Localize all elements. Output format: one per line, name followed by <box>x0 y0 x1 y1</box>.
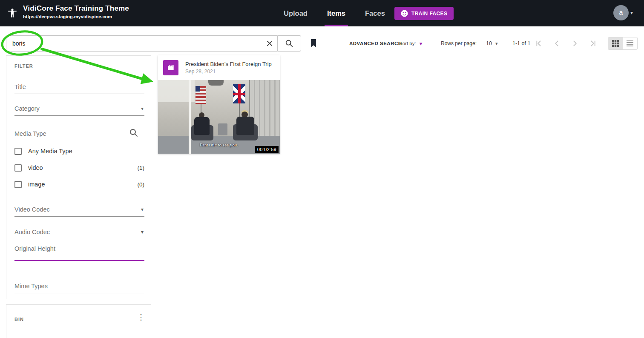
avatar-menu: a ▾ <box>613 5 633 20</box>
grid-view-button[interactable] <box>608 37 623 49</box>
bin-panel: BIN ⋮ <box>6 304 151 338</box>
face-icon <box>401 10 408 17</box>
train-faces-label: TRAIN FACES <box>411 11 447 17</box>
filter-panel: FILTER Title Category ▾ Media Type Any M… <box>6 55 151 299</box>
checkbox-count: (0) <box>138 181 145 188</box>
checkbox-label: image <box>28 181 45 188</box>
media-type-movie-icon <box>163 60 178 75</box>
pagination <box>534 35 598 52</box>
view-toggle <box>608 37 638 50</box>
checkbox-icon[interactable] <box>14 148 22 155</box>
rows-per-page-caret-icon[interactable]: ▾ <box>495 41 498 46</box>
duration-badge: 00:02:59 <box>255 146 279 153</box>
search-button[interactable] <box>278 35 301 52</box>
page: VidiCore Face Training Theme https://dee… <box>0 0 644 338</box>
result-title: President Biden’s First Foreign Trip <box>185 61 272 67</box>
us-flag <box>196 86 206 104</box>
side-table <box>218 123 227 135</box>
video-codec-select[interactable]: Video Codec ▾ <box>14 206 144 217</box>
audio-codec-select[interactable]: Audio Codec ▾ <box>14 228 144 239</box>
media-type-search-icon[interactable] <box>129 128 138 139</box>
result-thumbnail[interactable]: Fantastic to see you. 00:02:59 <box>158 80 280 154</box>
category-filter-label: Category <box>14 105 40 112</box>
checkbox-any-media-type[interactable]: Any Media Type <box>14 146 144 156</box>
app-url: https://deepva.staging.myvidispine.com <box>23 14 129 19</box>
checkbox-label: video <box>28 164 43 171</box>
title-filter-label: Title <box>14 83 26 90</box>
checkbox-count: (1) <box>138 165 145 171</box>
media-type-section: Media Type <box>14 130 144 142</box>
clear-search-icon[interactable] <box>262 40 277 47</box>
person-biden-body <box>194 117 210 135</box>
checkbox-icon[interactable] <box>14 181 22 188</box>
app-title: VidiCore Face Training Theme <box>23 4 129 13</box>
bin-header: BIN <box>14 317 24 322</box>
search-box <box>6 35 278 52</box>
result-card[interactable]: President Biden’s First Foreign Trip Sep… <box>158 55 280 154</box>
advanced-search-button[interactable]: ADVANCED SEARCH <box>349 35 402 52</box>
sort-by: Sort by: ▾ <box>399 35 422 52</box>
avatar[interactable]: a <box>613 5 629 20</box>
nav-item-items[interactable]: Items <box>325 0 348 26</box>
person-johnson-body <box>236 117 254 135</box>
video-codec-label: Video Codec <box>14 206 50 213</box>
bin-menu-dots-icon[interactable]: ⋮ <box>137 313 145 321</box>
category-caret-icon[interactable]: ▾ <box>141 106 144 112</box>
pagination-range: 1-1 of 1 <box>512 35 530 52</box>
original-height-input[interactable]: Original Height <box>14 245 144 261</box>
checkbox-video[interactable]: video (1) <box>14 163 144 173</box>
checkbox-label: Any Media Type <box>28 148 72 155</box>
grid-icon <box>612 40 619 47</box>
result-date: Sep 28, 2021 <box>185 69 216 74</box>
video-codec-caret-icon[interactable]: ▾ <box>141 206 144 212</box>
checkbox-image[interactable]: image (0) <box>14 179 144 189</box>
nav-item-upload[interactable]: Upload <box>281 0 310 26</box>
thumb-g7-sign <box>208 80 224 86</box>
result-card-header: President Biden’s First Foreign Trip Sep… <box>158 55 280 80</box>
media-type-label: Media Type <box>14 130 46 137</box>
rows-per-page-select[interactable]: 10 <box>486 40 492 46</box>
audio-codec-label: Audio Codec <box>14 229 50 235</box>
mime-types-input[interactable]: Mime Types <box>14 282 144 293</box>
title-filter-input[interactable]: Title <box>14 83 144 94</box>
bookmark-icon[interactable] <box>309 38 318 50</box>
sort-by-caret-icon[interactable]: ▾ <box>420 40 423 47</box>
search-input[interactable] <box>6 40 262 47</box>
avatar-menu-caret-icon[interactable]: ▾ <box>630 10 633 16</box>
nav-item-faces[interactable]: Faces <box>362 0 388 26</box>
mime-types-label: Mime Types <box>14 283 48 289</box>
search-icon <box>285 39 293 48</box>
audio-codec-caret-icon[interactable]: ▾ <box>141 229 144 235</box>
main-nav: Upload Items Faces <box>281 0 388 26</box>
filter-header: FILTER <box>14 63 33 69</box>
navbar: VidiCore Face Training Theme https://dee… <box>0 0 644 26</box>
sort-by-label: Sort by: <box>399 41 416 46</box>
last-page-button[interactable] <box>589 39 598 48</box>
list-icon <box>627 40 633 46</box>
rows-per-page-label: Rows per page: <box>441 40 477 46</box>
train-faces-button[interactable]: TRAIN FACES <box>394 7 454 20</box>
original-height-label: Original Height <box>14 245 55 252</box>
prev-page-button[interactable] <box>552 39 561 48</box>
checkbox-icon[interactable] <box>14 164 22 172</box>
list-view-button[interactable] <box>623 37 638 49</box>
first-page-button[interactable] <box>534 39 543 48</box>
category-filter-select[interactable]: Category ▾ <box>14 105 144 116</box>
rows-per-page: Rows per page: 10 ▾ <box>441 35 497 52</box>
brand: VidiCore Face Training Theme https://dee… <box>23 4 129 19</box>
app-logo-icon[interactable] <box>6 7 19 20</box>
next-page-button[interactable] <box>570 39 580 48</box>
uk-flag <box>233 84 245 103</box>
